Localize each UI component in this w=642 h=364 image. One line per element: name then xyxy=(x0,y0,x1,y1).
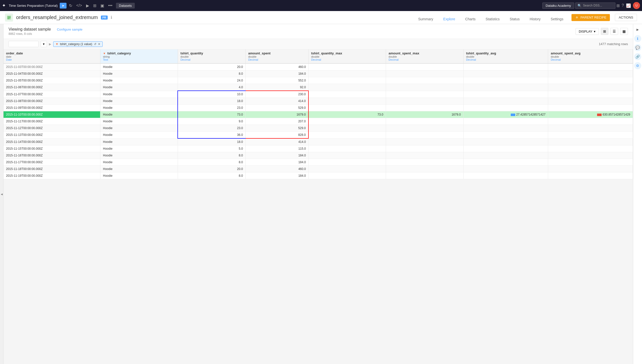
tab-history[interactable]: History xyxy=(525,14,546,25)
datasets-button[interactable]: Datasets xyxy=(116,3,135,9)
run-icon[interactable]: ▶ xyxy=(85,2,91,9)
dataset-type-icon xyxy=(5,14,13,22)
col-header-tshirt-quantity[interactable]: tshirt_quantity double Decimal xyxy=(178,49,245,63)
chat-sidebar-icon[interactable]: 💬 xyxy=(634,44,641,51)
left-tab-arrow: ◀ xyxy=(1,193,3,196)
grid-icon[interactable]: ⊞ xyxy=(616,3,620,8)
tab-settings[interactable]: Settings xyxy=(546,14,568,25)
search-box[interactable]: 🔍 Search DSS... xyxy=(575,3,615,9)
notebook-icon[interactable]: ▣ xyxy=(99,2,106,9)
search-icon: 🔍 xyxy=(577,4,582,8)
col-header-tshirt-quantity-max[interactable]: tshirt_quantity_max double Decimal xyxy=(308,49,386,63)
help-icon[interactable]: ? xyxy=(622,3,624,8)
svg-rect-1 xyxy=(8,17,11,17)
settings-sidebar-icon[interactable]: ⚙ xyxy=(634,62,641,69)
active-filter-tag[interactable]: ▼ tshirt_category (1 value) ↺ ✕ xyxy=(53,41,103,47)
configure-sample-link[interactable]: Configure sample xyxy=(57,28,83,31)
col-header-tshirt-quantity-avg[interactable]: tshirt_quantity_avg double Decimal xyxy=(463,49,548,63)
col-header-amount-spent-max[interactable]: amount_spent_max double Decimal xyxy=(386,49,464,63)
dropdown-caret: ▾ xyxy=(594,30,596,33)
filter-bar: ▾ ▶ ▼ tshirt_category (1 value) ↺ ✕ 1477… xyxy=(4,39,633,49)
filter-active-icon: ▼ xyxy=(103,52,106,55)
academy-button[interactable]: Dataiku Academy xyxy=(542,3,574,9)
parent-recipe-button[interactable]: ⚙ PARENT RECIPE xyxy=(571,14,610,21)
data-table-container: order_date date Date ▼ tshirt_category s… xyxy=(4,49,633,364)
matching-rows-count: 1477 matching rows xyxy=(599,42,628,46)
svg-rect-3 xyxy=(8,19,10,19)
viewing-label: Viewing dataset sample xyxy=(9,27,51,32)
dataset-title: orders_resampled_joined_extremum xyxy=(16,15,98,20)
row-col-count: 8862 rows, 8 cols xyxy=(9,32,83,36)
filter-reset-icon[interactable]: ↺ xyxy=(94,42,96,46)
project-name: Time Series Preparation (Tutorial) xyxy=(9,4,58,8)
breadcrumb-arrow: ▶ xyxy=(49,42,51,46)
code-icon[interactable]: </> xyxy=(75,2,84,9)
avatar[interactable]: U xyxy=(633,2,640,9)
pr-badge[interactable]: PR xyxy=(101,16,108,20)
data-table: order_date date Date ▼ tshirt_category s… xyxy=(4,49,633,179)
actions-button[interactable]: ACTIONS xyxy=(615,14,637,21)
col-header-amount-spent-avg[interactable]: amount_spent_avg double Decimal xyxy=(548,49,633,63)
col-header-order-date[interactable]: order_date date Date xyxy=(4,49,100,63)
collapse-sidebar-icon[interactable]: ▶ xyxy=(634,26,641,33)
display-button[interactable]: DISPLAY ▾ xyxy=(575,28,599,35)
parent-recipe-icon: ⚙ xyxy=(575,16,579,20)
col-header-tshirt-category[interactable]: ▼ tshirt_category string Text xyxy=(100,49,178,63)
filter-remove-icon[interactable]: ✕ xyxy=(98,42,100,46)
grid-view-button[interactable]: ⊞ xyxy=(601,28,608,35)
toolbar: Viewing dataset sample Configure sample … xyxy=(4,24,633,39)
tab-summary[interactable]: Summary xyxy=(413,14,438,25)
left-collapse-tab[interactable]: ◀ xyxy=(0,24,4,364)
right-sidebar: ▶ ℹ 💬 🔗 ⚙ xyxy=(633,24,642,364)
tab-explore[interactable]: Explore xyxy=(438,14,460,25)
chart-view-button[interactable]: ▦ xyxy=(620,28,628,35)
col-header-amount-spent[interactable]: amount_spent double Decimal xyxy=(245,49,308,63)
flow-button[interactable]: ➤ xyxy=(60,3,67,9)
info-sidebar-icon[interactable]: ℹ xyxy=(634,35,641,42)
tab-status[interactable]: Status xyxy=(505,14,525,25)
svg-rect-2 xyxy=(8,18,11,18)
tab-charts[interactable]: Charts xyxy=(460,14,481,25)
link-sidebar-icon[interactable]: 🔗 xyxy=(634,53,641,60)
deploy-icon[interactable]: ⊞ xyxy=(92,2,98,9)
column-search-input[interactable] xyxy=(9,41,39,47)
top-navigation: ✦ Time Series Preparation (Tutorial) ➤ ↻… xyxy=(0,0,642,11)
tab-statistics[interactable]: Statistics xyxy=(481,14,505,25)
filter-icon: ▼ xyxy=(55,42,58,46)
trend-icon[interactable]: 📈 xyxy=(626,3,631,8)
logo-icon[interactable]: ✦ xyxy=(2,3,6,8)
refresh-icon[interactable]: ↻ xyxy=(68,2,74,9)
filter-dropdown[interactable]: ▾ xyxy=(41,41,47,47)
list-view-button[interactable]: ☰ xyxy=(610,28,618,35)
info-icon[interactable]: ℹ xyxy=(111,15,112,20)
search-placeholder: Search DSS... xyxy=(583,4,602,7)
more-icon[interactable]: ••• xyxy=(107,2,114,9)
